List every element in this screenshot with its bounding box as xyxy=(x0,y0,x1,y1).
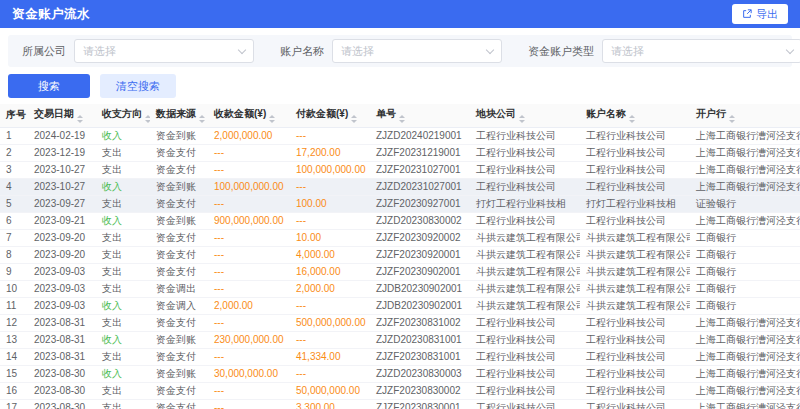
sort-icon[interactable] xyxy=(199,115,205,123)
table-row[interactable]: 152023-08-30收入资金到账30,000,000.00---ZJZD20… xyxy=(0,365,800,382)
column-header[interactable]: 地块公司 xyxy=(470,104,580,127)
cell-order_no: ZJZD20240219001 xyxy=(370,127,470,144)
sort-icon[interactable] xyxy=(77,115,83,123)
cell-order_no: ZJDB20230902001 xyxy=(370,297,470,314)
sort-icon[interactable] xyxy=(629,115,635,123)
table-row[interactable]: 112023-09-03收入资金调入2,000.00---ZJDB2023090… xyxy=(0,297,800,314)
sort-icon[interactable] xyxy=(269,115,275,123)
cell-account_name: 斗拱云建筑工程有限公司 xyxy=(580,280,690,297)
table-row[interactable]: 122023-08-31支出资金支付---500,000,000.00ZJZF2… xyxy=(0,314,800,331)
cell-bank: 上海工商银行漕河泾支行 xyxy=(690,365,800,382)
table-row[interactable]: 62023-09-21收入资金到账900,000,000.00---ZJZD20… xyxy=(0,212,800,229)
cell-date: 2023-09-20 xyxy=(28,229,96,246)
cell-index: 8 xyxy=(0,246,28,263)
sort-icon[interactable] xyxy=(145,115,150,123)
cell-index: 1 xyxy=(0,127,28,144)
column-header[interactable]: 收支方向 xyxy=(96,104,150,127)
table-row[interactable]: 12024-02-19收入资金到账2,000,000.00---ZJZD2024… xyxy=(0,127,800,144)
cell-company: 工程行业科技公司 xyxy=(470,399,580,409)
sort-icon[interactable] xyxy=(399,115,405,123)
cell-date: 2024-02-19 xyxy=(28,127,96,144)
cell-bank: 上海工商银行漕河泾支行 xyxy=(690,144,800,161)
table-row[interactable]: 42023-10-27收入资金到账100,000,000.00---ZJZD20… xyxy=(0,178,800,195)
cell-index: 13 xyxy=(0,331,28,348)
cell-company: 工程行业科技公司 xyxy=(470,365,580,382)
cell-pay: 2,000.00 xyxy=(290,280,370,297)
column-label: 单号 xyxy=(376,108,396,119)
cell-date: 2023-12-19 xyxy=(28,144,96,161)
cell-receive: 2,000,000.00 xyxy=(208,127,290,144)
cell-account_name: 工程行业科技公司 xyxy=(580,127,690,144)
search-button[interactable]: 搜索 xyxy=(8,74,90,98)
sort-icon[interactable] xyxy=(519,115,525,123)
fund-account-flow-page: 资金账户流水 导出 所属公司 请选择 账户名称 请选择 资金账户类型 xyxy=(0,0,800,409)
column-label: 收款金额(¥) xyxy=(214,108,266,119)
cell-bank: 上海工商银行漕河泾支行 xyxy=(690,161,800,178)
cell-source: 资金支付 xyxy=(150,399,208,409)
cell-direction: 收入 xyxy=(96,331,150,348)
export-button[interactable]: 导出 xyxy=(732,4,788,24)
company-select[interactable]: 请选择 xyxy=(74,39,254,63)
filter-company: 所属公司 请选择 xyxy=(14,39,254,63)
column-header[interactable]: 账户名称 xyxy=(580,104,690,127)
page-title: 资金账户流水 xyxy=(12,6,90,23)
cell-account_name: 工程行业科技公司 xyxy=(580,331,690,348)
column-label: 序号 xyxy=(6,109,26,120)
table-row[interactable]: 52023-09-27支出资金支付---100.00ZJZF2023092700… xyxy=(0,195,800,212)
cell-index: 6 xyxy=(0,212,28,229)
table-row[interactable]: 172023-08-30支出资金支付---3,300.00ZJZF2023083… xyxy=(0,399,800,409)
cell-source: 资金到账 xyxy=(150,212,208,229)
cell-source: 资金支付 xyxy=(150,229,208,246)
column-header[interactable]: 收款金额(¥) xyxy=(208,104,290,127)
cell-source: 资金到账 xyxy=(150,127,208,144)
cell-index: 14 xyxy=(0,348,28,365)
table-row[interactable]: 32023-10-27支出资金支付---100,000,000.00ZJZF20… xyxy=(0,161,800,178)
table-row[interactable]: 22023-12-19支出资金支付---17,200.00ZJZF2023121… xyxy=(0,144,800,161)
account-type-select[interactable]: 请选择 xyxy=(602,39,800,63)
cell-index: 4 xyxy=(0,178,28,195)
column-label: 地块公司 xyxy=(476,108,516,119)
cell-direction: 收入 xyxy=(96,297,150,314)
cell-direction: 支出 xyxy=(96,263,150,280)
cell-index: 12 xyxy=(0,314,28,331)
column-header[interactable]: 数据来源 xyxy=(150,104,208,127)
column-header[interactable]: 付款金额(¥) xyxy=(290,104,370,127)
account-name-select[interactable]: 请选择 xyxy=(332,39,502,63)
cell-receive: --- xyxy=(208,246,290,263)
cell-bank: 工商银行 xyxy=(690,229,800,246)
table-row[interactable]: 92023-09-03支出资金支付---16,000.00ZJZF2023090… xyxy=(0,263,800,280)
table-row[interactable]: 132023-08-31收入资金到账230,000,000.00---ZJZD2… xyxy=(0,331,800,348)
cell-direction: 收入 xyxy=(96,365,150,382)
column-header[interactable]: 交易日期 xyxy=(28,104,96,127)
cell-index: 15 xyxy=(0,365,28,382)
sort-icon[interactable] xyxy=(729,115,735,123)
sort-icon[interactable] xyxy=(351,115,357,123)
cell-account_name: 斗拱云建筑工程有限公司 xyxy=(580,263,690,280)
table-row[interactable]: 162023-08-30支出资金支付---50,000,000.00ZJZF20… xyxy=(0,382,800,399)
cell-order_no: ZJZF20230920001 xyxy=(370,246,470,263)
column-header[interactable]: 单号 xyxy=(370,104,470,127)
cell-date: 2023-09-20 xyxy=(28,246,96,263)
table-row[interactable]: 82023-09-20支出资金支付---4,000.00ZJZF20230920… xyxy=(0,246,800,263)
cell-source: 资金支付 xyxy=(150,263,208,280)
cell-bank: 上海工商银行漕河泾支行 xyxy=(690,178,800,195)
export-button-label: 导出 xyxy=(756,7,778,22)
table-row[interactable]: 102023-09-03支出资金调出---2,000.00ZJDB2023090… xyxy=(0,280,800,297)
cell-index: 2 xyxy=(0,144,28,161)
cell-account_name: 工程行业科技公司 xyxy=(580,212,690,229)
clear-search-button[interactable]: 清空搜索 xyxy=(100,74,176,98)
chevron-down-icon xyxy=(238,45,246,53)
cell-account_name: 斗拱云建筑工程有限公司 xyxy=(580,246,690,263)
table-row[interactable]: 142023-08-31支出资金支付---41,334.00ZJZF202308… xyxy=(0,348,800,365)
cell-source: 资金调出 xyxy=(150,280,208,297)
cell-company: 工程行业科技公司 xyxy=(470,161,580,178)
cell-order_no: ZJZD20230831001 xyxy=(370,331,470,348)
column-header[interactable]: 开户行 xyxy=(690,104,800,127)
cell-index: 16 xyxy=(0,382,28,399)
table-row[interactable]: 72023-09-20支出资金支付---10.00ZJZF20230920002… xyxy=(0,229,800,246)
cell-source: 资金支付 xyxy=(150,144,208,161)
cell-index: 5 xyxy=(0,195,28,212)
cell-date: 2023-10-27 xyxy=(28,161,96,178)
cell-direction: 收入 xyxy=(96,178,150,195)
cell-receive: --- xyxy=(208,280,290,297)
